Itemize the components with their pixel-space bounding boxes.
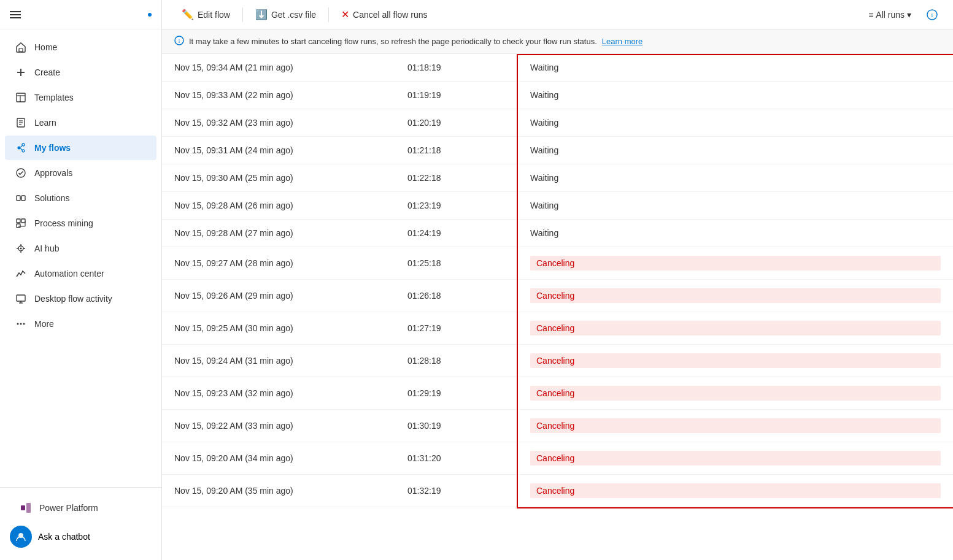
hamburger-icon[interactable] (10, 11, 21, 18)
edit-flow-label: Edit flow (198, 10, 230, 20)
create-icon (15, 66, 27, 79)
svg-rect-19 (17, 219, 20, 223)
table-row[interactable]: Nov 15, 09:22 AM (33 min ago) 01:30:19 C… (162, 410, 953, 442)
cancel-runs-label: Cancel all flow runs (353, 10, 427, 20)
status-badge-3: Waiting (530, 145, 558, 155)
status-badge-4: Waiting (530, 173, 558, 183)
toolbar-right: ≡ All runs ▾ i (861, 6, 941, 23)
row-duration-11: 01:29:19 (395, 377, 518, 410)
ai-hub-label: AI hub (34, 244, 147, 253)
info-button[interactable]: i (924, 6, 941, 23)
row-status-6: Waiting (518, 220, 953, 247)
home-icon (15, 41, 27, 53)
svg-point-30 (17, 323, 19, 325)
row-status-11: Canceling (518, 377, 953, 410)
table-row[interactable]: Nov 15, 09:33 AM (22 min ago) 01:19:19 W… (162, 82, 953, 109)
sidebar-item-templates[interactable]: Templates (5, 85, 156, 110)
row-duration-1: 01:19:19 (395, 82, 518, 109)
sidebar-item-more[interactable]: More (5, 312, 156, 336)
ask-chatbot-label: Ask a chatbot (38, 532, 90, 542)
table-row[interactable]: Nov 15, 09:26 AM (29 min ago) 01:26:18 C… (162, 280, 953, 312)
table-row[interactable]: Nov 15, 09:28 AM (26 min ago) 01:23:19 W… (162, 192, 953, 220)
get-csv-label: Get .csv file (271, 10, 316, 20)
sidebar-item-create[interactable]: Create (5, 60, 156, 85)
table-row[interactable]: Nov 15, 09:20 AM (34 min ago) 01:31:20 C… (162, 442, 953, 475)
row-duration-10: 01:28:18 (395, 345, 518, 377)
sidebar-item-solutions[interactable]: Solutions (5, 186, 156, 210)
row-time-14: Nov 15, 09:20 AM (35 min ago) (162, 475, 395, 507)
toolbar: ✏️ Edit flow ⬇️ Get .csv file ✕ Cancel a… (162, 0, 953, 29)
row-duration-14: 01:32:19 (395, 475, 518, 507)
svg-line-14 (20, 148, 22, 150)
status-badge-10: Canceling (530, 353, 941, 368)
cancel-runs-button[interactable]: ✕ Cancel all flow runs (334, 5, 434, 24)
status-badge-9: Canceling (530, 321, 941, 336)
svg-rect-0 (19, 48, 23, 52)
ask-chatbot-item[interactable]: Ask a chatbot (5, 521, 156, 553)
learn-more-link[interactable]: Learn more (602, 37, 642, 46)
svg-rect-16 (17, 196, 20, 201)
row-status-5: Waiting (518, 192, 953, 220)
edit-flow-button[interactable]: ✏️ Edit flow (174, 5, 237, 24)
status-badge-11: Canceling (530, 386, 941, 401)
row-duration-5: 01:23:19 (395, 192, 518, 220)
sidebar-item-my-flows[interactable]: My flows (5, 136, 156, 160)
svg-rect-34 (26, 503, 31, 513)
automation-center-icon (15, 267, 27, 280)
row-status-14: Canceling (518, 475, 953, 507)
table-row[interactable]: Nov 15, 09:30 AM (25 min ago) 01:22:18 W… (162, 164, 953, 192)
my-flows-label: My flows (34, 143, 147, 153)
table-row[interactable]: Nov 15, 09:20 AM (35 min ago) 01:32:19 C… (162, 475, 953, 507)
row-duration-13: 01:31:20 (395, 442, 518, 475)
all-runs-button[interactable]: ≡ All runs ▾ (861, 6, 919, 23)
table-row[interactable]: Nov 15, 09:31 AM (24 min ago) 01:21:18 W… (162, 137, 953, 164)
row-duration-3: 01:21:18 (395, 137, 518, 164)
row-status-2: Waiting (518, 109, 953, 137)
row-duration-6: 01:24:19 (395, 220, 518, 247)
separator-2 (328, 7, 329, 22)
row-duration-0: 01:18:19 (395, 54, 518, 82)
create-label: Create (34, 67, 147, 77)
row-time-12: Nov 15, 09:22 AM (33 min ago) (162, 410, 395, 442)
table-row[interactable]: Nov 15, 09:23 AM (32 min ago) 01:29:19 C… (162, 377, 953, 410)
table-row[interactable]: Nov 15, 09:25 AM (30 min ago) 01:27:19 C… (162, 312, 953, 345)
power-platform-label: Power Platform (39, 503, 142, 513)
sidebar-item-process-mining[interactable]: Process mining (5, 211, 156, 236)
row-time-1: Nov 15, 09:33 AM (22 min ago) (162, 82, 395, 109)
row-status-1: Waiting (518, 82, 953, 109)
table-row[interactable]: Nov 15, 09:27 AM (28 min ago) 01:25:18 C… (162, 247, 953, 280)
sidebar-item-approvals[interactable]: Approvals (5, 161, 156, 185)
row-status-4: Waiting (518, 164, 953, 192)
sidebar-dot (148, 13, 152, 17)
desktop-flow-activity-icon (15, 293, 27, 305)
sidebar-item-desktop-flow-activity[interactable]: Desktop flow activity (5, 286, 156, 311)
templates-icon (15, 91, 27, 104)
more-icon (15, 318, 27, 330)
status-badge-6: Waiting (530, 228, 558, 238)
svg-rect-27 (17, 295, 25, 301)
row-status-3: Waiting (518, 137, 953, 164)
svg-rect-3 (17, 93, 25, 102)
sidebar-item-learn[interactable]: Learn (5, 110, 156, 135)
row-status-0: Waiting (518, 54, 953, 82)
filter-icon: ≡ (868, 10, 873, 20)
sidebar-item-automation-center[interactable]: Automation center (5, 261, 156, 286)
desktop-flow-activity-label: Desktop flow activity (34, 294, 147, 304)
table-row[interactable]: Nov 15, 09:24 AM (31 min ago) 01:28:18 C… (162, 345, 953, 377)
solutions-label: Solutions (34, 193, 147, 203)
table-row[interactable]: Nov 15, 09:32 AM (23 min ago) 01:20:19 W… (162, 109, 953, 137)
power-platform-icon (20, 502, 32, 514)
sidebar-item-home[interactable]: Home (5, 35, 156, 59)
table-row[interactable]: Nov 15, 09:28 AM (27 min ago) 01:24:19 W… (162, 220, 953, 247)
row-time-0: Nov 15, 09:34 AM (21 min ago) (162, 54, 395, 82)
row-status-8: Canceling (518, 280, 953, 312)
svg-point-12 (22, 150, 25, 152)
row-status-9: Canceling (518, 312, 953, 345)
sidebar-item-ai-hub[interactable]: AI hub (5, 236, 156, 261)
power-platform-item[interactable]: Power Platform (10, 496, 152, 520)
table-row[interactable]: Nov 15, 09:34 AM (21 min ago) 01:18:19 W… (162, 54, 953, 82)
status-badge-14: Canceling (530, 483, 941, 498)
svg-point-26 (20, 248, 22, 250)
approvals-label: Approvals (34, 168, 147, 178)
get-csv-button[interactable]: ⬇️ Get .csv file (248, 5, 323, 24)
